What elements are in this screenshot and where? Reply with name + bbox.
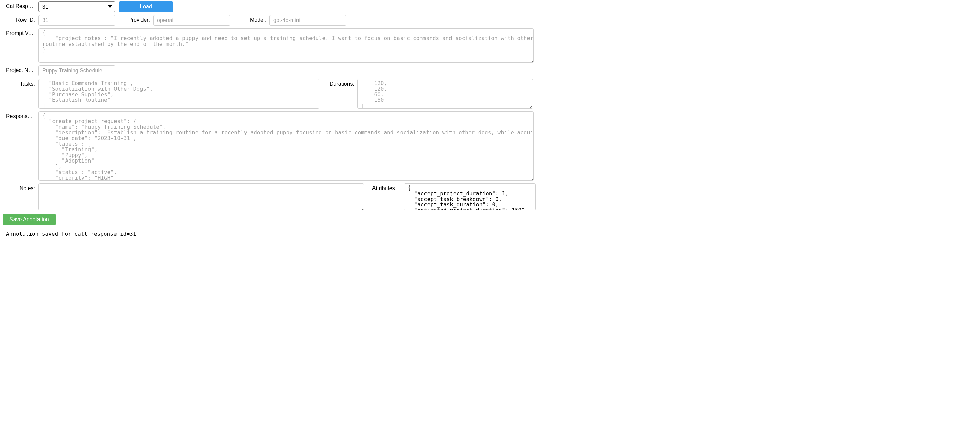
attributes-label: Attributes (… (372, 184, 401, 192)
notes-textarea[interactable] (38, 184, 364, 211)
row-id-input[interactable] (38, 15, 116, 25)
callresponse-label: CallRespon… (6, 2, 35, 10)
model-input[interactable] (269, 15, 347, 25)
load-button[interactable]: Load (119, 2, 173, 12)
prompt-vars-textarea[interactable] (38, 28, 534, 63)
prompt-vars-label: Prompt Vars: (6, 28, 35, 36)
project-name-label: Project Na… (6, 65, 35, 73)
callresponse-select[interactable]: 31 (38, 2, 116, 12)
status-message: Annotation saved for call_response_id=31 (6, 231, 980, 237)
durations-textarea[interactable] (357, 79, 533, 109)
model-label: Model: (249, 15, 266, 23)
tasks-label: Tasks: (6, 79, 35, 87)
provider-label: Provider: (128, 15, 150, 23)
save-annotation-button[interactable]: Save Annotation (3, 214, 56, 225)
durations-label: Durations: (329, 79, 354, 87)
response-textarea[interactable] (38, 111, 534, 181)
tasks-textarea[interactable] (38, 79, 320, 109)
provider-input[interactable] (153, 15, 230, 25)
row-id-label: Row ID: (6, 15, 35, 23)
project-name-input[interactable] (38, 65, 116, 76)
notes-label: Notes: (6, 184, 35, 192)
callresponse-select-wrap: 31 (38, 2, 116, 12)
attributes-textarea[interactable] (404, 184, 536, 211)
response-label: Response … (6, 111, 35, 119)
